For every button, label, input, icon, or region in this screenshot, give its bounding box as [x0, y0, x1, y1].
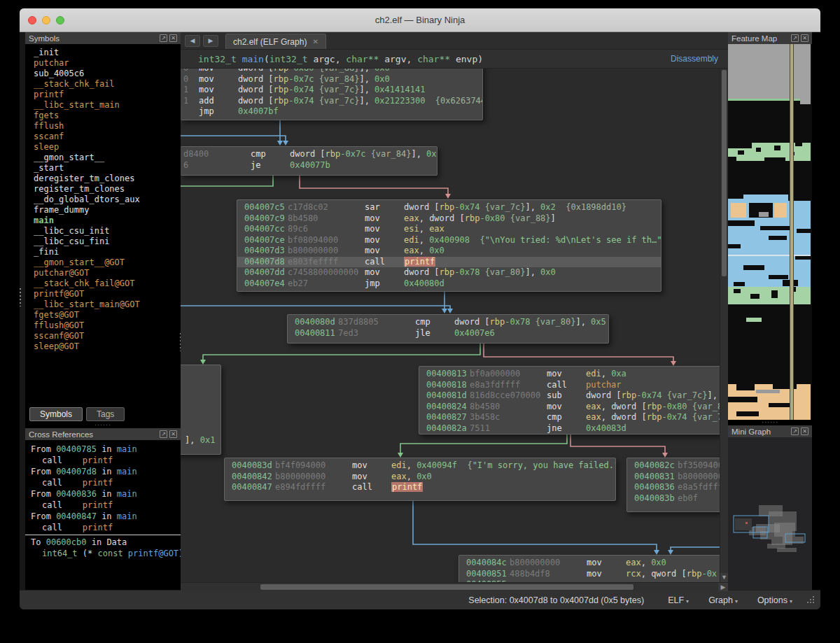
symbol-item[interactable]: fgets — [34, 111, 181, 121]
xref-entry[interactable]: From 004007d8 in main — [31, 466, 181, 477]
symbol-item[interactable]: deregister_tm_clones — [34, 174, 181, 184]
horizontal-scrollbar[interactable]: ▶ — [181, 582, 728, 591]
tab-ch2-elf-graph[interactable]: ch2.elf (ELF Graph) ✕ — [225, 34, 326, 49]
instruction-row[interactable]: 004007d8e803feffffcallprintf — [237, 257, 661, 268]
xref-detail[interactable]: call printf — [31, 500, 181, 511]
menu-graph[interactable]: Graph▾ — [708, 595, 738, 605]
tab-symbols[interactable]: Symbols — [29, 407, 83, 421]
symbol-item[interactable]: register_tm_clones — [34, 184, 181, 195]
instruction-row[interactable]: 0040081d816d8cce070000subdword [rbp-0x74… — [419, 390, 728, 402]
symbol-item[interactable]: _fini — [34, 247, 181, 257]
symbol-item[interactable]: _start — [34, 163, 181, 174]
symbol-item[interactable]: __do_global_dtors_aux — [34, 195, 181, 205]
graph-view[interactable]: 0movdword [rbp-0x80 {var_88}], 0x00movdw… — [181, 69, 728, 582]
popout-icon[interactable]: ↗ — [160, 34, 167, 42]
symbol-item[interactable]: sleep — [34, 142, 181, 153]
instruction-row[interactable]: 00400813bf0a000000movedi, 0xa — [419, 369, 728, 380]
xref-detail[interactable]: call printf — [31, 477, 181, 488]
block-entry[interactable]: 0movdword [rbp-0x80 {var_88}], 0x00movdw… — [181, 69, 483, 120]
xref-entry[interactable]: To 00600cb0 in Data — [31, 537, 181, 548]
close-icon[interactable]: ✕ — [169, 34, 177, 42]
mini-graph[interactable] — [728, 437, 812, 590]
instruction-row[interactable]: 0movdword [rbp-0x7c {var_84}], 0x0 — [181, 74, 482, 85]
symbol-item[interactable]: __libc_csu_fini — [34, 236, 181, 247]
symbol-item[interactable]: __libc_csu_init — [34, 226, 181, 236]
symbol-item[interactable]: fgets@GOT — [34, 310, 181, 320]
titlebar[interactable]: ch2.elf — Binary Ninja — [20, 8, 820, 32]
instruction-row[interactable]: 00400842b800000000moveax, 0x0 — [225, 472, 615, 483]
forward-button[interactable]: ▶ — [203, 35, 218, 47]
zoom-window-button[interactable] — [56, 16, 64, 24]
resize-grip[interactable] — [806, 596, 815, 605]
instruction-row[interactable]: 00400847e894fdffffcallprintf — [225, 482, 615, 493]
block-return[interactable]: 0040084cb800000000moveax, 0x000400851488… — [458, 555, 728, 582]
xref-detail[interactable]: call printf — [31, 455, 181, 466]
symbol-item[interactable]: fflush@GOT — [34, 320, 181, 331]
symbol-item[interactable]: sub_4005c6 — [34, 69, 181, 79]
menu-options[interactable]: Options▾ — [757, 595, 792, 605]
block-putchar[interactable]: 00400813bf0a000000movedi, 0xa00400818e8a… — [419, 366, 728, 434]
symbol-item[interactable]: __libc_start_main@GOT — [34, 299, 181, 310]
block-cmp-var84[interactable]: d8400cmpdword [rbp-0x7c {var_84}], 0x06j… — [181, 146, 438, 176]
feature-map[interactable] — [728, 44, 812, 420]
instruction-row[interactable]: 004007c5c17d8c02sardword [rbp-0x74 {var_… — [237, 202, 661, 213]
symbol-item[interactable]: sleep@GOT — [34, 341, 181, 352]
scroll-right-button[interactable]: ▶ — [718, 583, 728, 591]
xref-entry[interactable]: From 00400785 in main — [31, 444, 181, 455]
instruction-row[interactable]: 0040084cb800000000moveax, 0x0 — [459, 558, 728, 569]
sidebar-resize-handle[interactable] — [20, 288, 21, 306]
block-printf-sorry[interactable]: 0040083dbf4f094000movedi, 0x40094f {"I'm… — [224, 458, 616, 501]
block-printf-tried[interactable]: 004007c5c17d8c02sardword [rbp-0x74 {var_… — [237, 199, 662, 292]
menu-elf[interactable]: ELF▾ — [668, 595, 689, 605]
back-button[interactable]: ◀ — [185, 35, 200, 47]
symbol-item[interactable]: _init — [34, 48, 181, 58]
instruction-row[interactable]: 1adddword [rbp-0x74 {var_7c}], 0x2122330… — [181, 96, 482, 107]
popout-icon[interactable]: ↗ — [160, 430, 167, 438]
popout-icon[interactable]: ↗ — [791, 428, 799, 435]
instruction-row[interactable]: 004008248b4580moveax, dword [rbp-0x80 {v… — [419, 402, 728, 413]
instruction-row[interactable]: 004007ddc7458800000000movdword [rbp-0x78… — [237, 267, 661, 278]
symbol-item[interactable]: fflush — [34, 121, 181, 132]
block-loop-inc[interactable]: ], 0x1 — [181, 365, 221, 455]
instruction-row[interactable]: 0040083beb0f — [627, 493, 728, 504]
instruction-row[interactable]: 0040082a7511jne0x40083d — [419, 423, 728, 434]
instruction-row[interactable]: 6je0x40077b — [181, 160, 437, 171]
symbol-item[interactable]: sscanf@GOT — [34, 331, 181, 341]
instruction-row[interactable]: 004007cebf08094000movedi, 0x400908 {"\nY… — [237, 235, 661, 246]
instruction-row[interactable]: 1movdword [rbp-0x74 {var_7c}], 0x4141414… — [181, 85, 482, 96]
symbol-item[interactable]: putchar — [34, 58, 181, 69]
symbol-item[interactable]: frame_dummy — [34, 205, 181, 215]
instruction-row[interactable]: 004007e4eb27jmp0x40080d — [237, 278, 661, 290]
instruction-row[interactable]: 004007c98b4580moveax, dword [rbp-0x80 {v… — [237, 213, 661, 225]
panel-splitter-handle[interactable]: ······ — [25, 423, 181, 428]
symbol-item[interactable]: putchar@GOT — [34, 268, 181, 278]
vertical-scrollbar-thumb[interactable] — [722, 70, 727, 276]
instruction-row[interactable]: 004007d3b800000000moveax, 0x0 — [237, 246, 661, 257]
instruction-row[interactable]: 004007cc89c6movesi, eax — [237, 224, 661, 235]
instruction-row[interactable]: d8400cmpdword [rbp-0x7c {var_84}], 0x0 — [181, 149, 437, 160]
symbol-item[interactable]: printf — [34, 90, 181, 100]
popout-icon[interactable]: ↗ — [791, 34, 799, 42]
symbol-item[interactable]: __stack_chk_fail@GOT — [34, 278, 181, 289]
instruction-row[interactable]: 0movdword [rbp-0x80 {var_88}], 0x0 — [181, 69, 482, 74]
instruction-row[interactable]: 00400831b80000000 — [627, 472, 728, 483]
tab-tags[interactable]: Tags — [86, 407, 125, 421]
instruction-row[interactable]: 004008117ed3jle0x4007e6 — [288, 328, 608, 339]
symbol-item[interactable]: sscanf — [34, 132, 181, 142]
close-icon[interactable]: ✕ — [801, 428, 808, 435]
tab-close-icon[interactable]: ✕ — [312, 38, 318, 45]
instruction-row[interactable]: 00400851488b4df8movrcx, qword [rbp-0x — [459, 569, 728, 580]
symbol-item[interactable]: __stack_chk_fail — [34, 79, 181, 90]
block-loop-cond[interactable]: 0040080d837d8805cmpdword [rbp-0x78 {var_… — [287, 314, 609, 344]
close-icon[interactable]: ✕ — [801, 34, 808, 42]
xref-detail[interactable]: call printf — [31, 522, 181, 533]
instruction-row[interactable]: 004008273b458ccmpeax, dword [rbp-0x74 {v… — [419, 412, 728, 423]
vertical-scrollbar[interactable]: ▼ — [720, 69, 728, 582]
panel-splitter-handle[interactable]: ······ — [728, 420, 812, 425]
instruction-row[interactable]: 00400818e8a3fdffffcallputchar — [419, 380, 728, 391]
horizontal-scrollbar-thumb[interactable] — [260, 584, 634, 590]
instruction-row[interactable]: jmp0x4007bf — [181, 106, 482, 118]
xref-entry[interactable]: From 00400847 in main — [31, 511, 181, 522]
symbol-item[interactable]: printf@GOT — [34, 289, 181, 299]
minimize-window-button[interactable] — [42, 16, 50, 24]
